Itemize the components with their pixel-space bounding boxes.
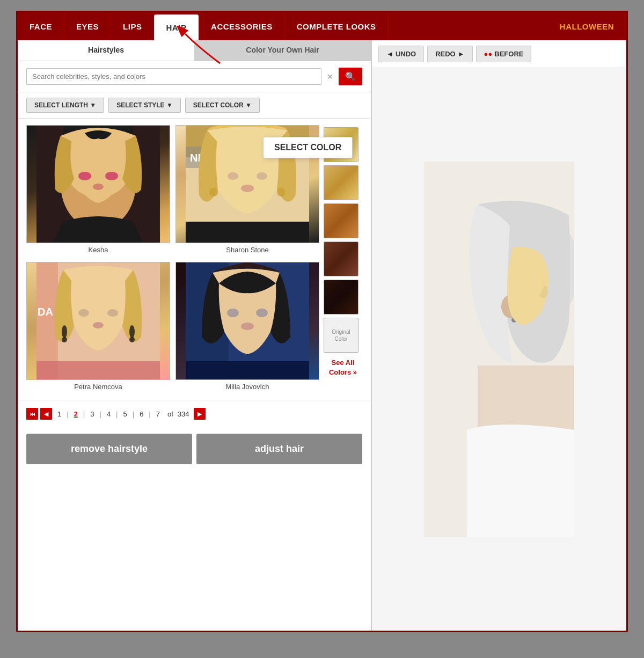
svg-rect-20 bbox=[36, 361, 160, 380]
portrait-photo bbox=[424, 162, 574, 537]
before-label: BEFORE bbox=[494, 50, 523, 58]
filter-style[interactable]: SELECT STYLE ▼ bbox=[108, 98, 181, 113]
bottom-buttons: remove hairstyle adjust hair bbox=[18, 427, 371, 471]
hairstyle-item-milla-jovovich[interactable]: Milla Jovovich bbox=[175, 262, 319, 393]
nav-accessories[interactable]: ACCESSORIES bbox=[199, 12, 285, 40]
color-swatches-panel: OriginalColor See AllColors » bbox=[324, 125, 362, 393]
celebrity-photo-kesha bbox=[26, 125, 170, 243]
svg-point-14 bbox=[241, 185, 254, 192]
svg-point-22 bbox=[107, 309, 118, 317]
color-swatch-black[interactable] bbox=[324, 280, 358, 315]
before-button[interactable]: ●● BEFORE bbox=[476, 46, 532, 62]
svg-point-30 bbox=[227, 309, 239, 317]
svg-point-13 bbox=[257, 172, 267, 180]
before-dot-icon: ●● bbox=[484, 50, 493, 58]
color-swatch-blonde-medium[interactable] bbox=[324, 165, 358, 200]
main-layout: Hairstyles Color Your Own Hair ✕ 🔍 SELEC… bbox=[18, 40, 626, 631]
nav-face[interactable]: FACE bbox=[18, 12, 64, 40]
app-container: FACE EYES LIPS HAIR ACCESSORIES COMPLETE… bbox=[16, 11, 628, 632]
celebrity-name-milla-jovovich: Milla Jovovich bbox=[175, 383, 319, 393]
svg-point-27 bbox=[129, 337, 135, 342]
celebrity-photo-petra-nemcova: DA bbox=[26, 262, 170, 380]
content-area: Kesha ND bbox=[18, 119, 371, 400]
page-next-button[interactable]: ▶ bbox=[194, 408, 206, 420]
tab-color-own-hair[interactable]: Color Your Own Hair bbox=[194, 40, 371, 61]
svg-point-15 bbox=[209, 188, 218, 196]
page-first-button[interactable]: ⏮ bbox=[26, 408, 38, 420]
page-total: 334 bbox=[178, 410, 189, 418]
nav-eyes[interactable]: EYES bbox=[64, 12, 111, 40]
search-area: ✕ 🔍 bbox=[18, 61, 371, 92]
svg-point-23 bbox=[93, 322, 104, 328]
color-swatch-auburn[interactable] bbox=[324, 203, 358, 238]
celebrity-name-sharon-stone: Sharon Stone bbox=[175, 246, 319, 257]
color-swatch-original[interactable]: OriginalColor bbox=[324, 318, 358, 353]
search-button[interactable]: 🔍 bbox=[339, 68, 362, 85]
nav-complete-looks[interactable]: COMPLETE LOOKS bbox=[285, 12, 389, 40]
celebrity-photo-sharon-stone: ND bbox=[175, 125, 319, 243]
right-panel: ◄ UNDO REDO ► ●● BEFORE bbox=[372, 40, 626, 631]
page-link-3[interactable]: 3 bbox=[87, 409, 97, 419]
hairstyle-item-sharon-stone[interactable]: ND bbox=[175, 125, 319, 257]
svg-point-25 bbox=[62, 337, 67, 342]
redo-label: REDO bbox=[435, 50, 456, 58]
undo-icon: ◄ bbox=[386, 50, 393, 58]
page-of-label: of bbox=[167, 410, 173, 418]
celebrity-photo-milla-jovovich bbox=[175, 262, 319, 380]
page-link-1[interactable]: 1 bbox=[54, 409, 64, 419]
right-toolbar: ◄ UNDO REDO ► ●● BEFORE bbox=[372, 40, 626, 68]
redo-icon: ► bbox=[458, 50, 465, 58]
hairstyle-item-petra-nemcova[interactable]: DA bbox=[26, 262, 170, 393]
filter-row: SELECT LENGTH ▼ SELECT STYLE ▼ SELECT CO… bbox=[18, 92, 371, 119]
page-link-4[interactable]: 4 bbox=[104, 409, 114, 419]
page-link-7[interactable]: 7 bbox=[153, 409, 163, 419]
svg-point-26 bbox=[129, 325, 135, 338]
page-link-2[interactable]: 2 bbox=[71, 409, 81, 419]
color-swatch-brown-dark[interactable] bbox=[324, 242, 358, 276]
nav-hair[interactable]: HAIR bbox=[154, 14, 199, 40]
svg-point-31 bbox=[256, 309, 268, 317]
search-clear-icon[interactable]: ✕ bbox=[325, 70, 335, 83]
adjust-hair-button[interactable]: adjust hair bbox=[196, 434, 362, 464]
svg-point-4 bbox=[78, 172, 91, 180]
svg-point-16 bbox=[277, 188, 286, 196]
hairstyle-grid: Kesha ND bbox=[26, 125, 319, 393]
filter-length[interactable]: SELECT LENGTH ▼ bbox=[26, 98, 104, 113]
left-panel: Hairstyles Color Your Own Hair ✕ 🔍 SELEC… bbox=[18, 40, 372, 631]
svg-point-5 bbox=[105, 172, 118, 180]
top-nav: FACE EYES LIPS HAIR ACCESSORIES COMPLETE… bbox=[18, 12, 626, 40]
page-prev-button[interactable]: ◀ bbox=[40, 408, 52, 420]
nav-lips[interactable]: LIPS bbox=[111, 12, 154, 40]
svg-point-6 bbox=[93, 184, 104, 190]
see-all-colors-link[interactable]: See AllColors » bbox=[324, 358, 362, 377]
search-input[interactable] bbox=[26, 68, 321, 85]
color-swatch-blonde-light[interactable] bbox=[324, 127, 358, 162]
remove-hairstyle-button[interactable]: remove hairstyle bbox=[26, 434, 192, 464]
undo-button[interactable]: ◄ UNDO bbox=[378, 46, 424, 62]
svg-point-21 bbox=[78, 309, 89, 317]
pagination: ⏮ ◀ 1 | 2 | 3 | 4 | 5 | 6 | 7 of 334 ▶ bbox=[18, 400, 371, 427]
svg-point-12 bbox=[228, 172, 238, 180]
tab-hairstyles[interactable]: Hairstyles bbox=[18, 40, 194, 61]
svg-text:DA: DA bbox=[38, 306, 53, 318]
page-link-5[interactable]: 5 bbox=[120, 409, 130, 419]
page-link-6[interactable]: 6 bbox=[136, 409, 147, 419]
nav-halloween[interactable]: HALLOWEEN bbox=[548, 12, 626, 40]
portrait-area bbox=[372, 68, 626, 631]
celebrity-name-kesha: Kesha bbox=[26, 246, 170, 257]
svg-point-24 bbox=[62, 325, 67, 338]
undo-label: UNDO bbox=[396, 50, 416, 58]
svg-rect-11 bbox=[186, 222, 309, 243]
sub-tabs: Hairstyles Color Your Own Hair bbox=[18, 40, 371, 61]
filter-color[interactable]: SELECT COLOR ▼ bbox=[185, 98, 260, 113]
svg-point-32 bbox=[241, 323, 254, 330]
celebrity-name-petra-nemcova: Petra Nemcova bbox=[26, 383, 170, 393]
svg-rect-33 bbox=[186, 361, 309, 380]
redo-button[interactable]: REDO ► bbox=[427, 46, 472, 62]
hairstyle-item-kesha[interactable]: Kesha bbox=[26, 125, 170, 257]
